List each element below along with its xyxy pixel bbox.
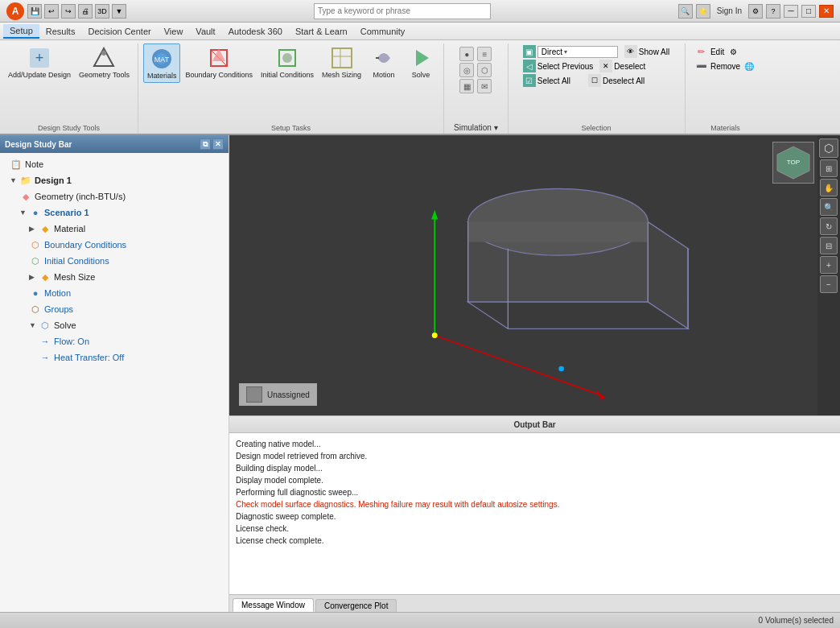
ribbon-group-selection: ▣ Direct ▾ 👁 Show All [509, 43, 686, 134]
boundary-conditions-label: Boundary Conditions [185, 71, 253, 80]
sim-icon-2[interactable]: ◎ [459, 63, 474, 77]
quick-access-3d-icon[interactable]: 3D [95, 4, 109, 19]
svg-marker-14 [416, 50, 429, 66]
mesh-sizing-button[interactable]: Mesh Sizing [319, 43, 364, 81]
minimize-button[interactable]: ─ [784, 5, 798, 18]
ribbon-group-materials-items: ✏ Edit ⚙ ➖ Remove 🌐 [695, 43, 756, 122]
tree-item-initial-conditions[interactable]: ⬡ Initial Conditions [0, 253, 229, 269]
deselect-all-button[interactable]: Deselect All [603, 76, 644, 85]
edit-button[interactable]: Edit [710, 48, 724, 56]
menu-item-vault[interactable]: Vault [189, 25, 221, 38]
add-update-design-button[interactable]: + Add/Update Design [5, 43, 74, 81]
vp-tool-zoom[interactable]: 🔍 [820, 198, 838, 216]
sidebar-close-button[interactable]: ✕ [212, 138, 224, 150]
svg-text:+: + [35, 50, 44, 66]
geometry-tools-label: Geometry Tools [79, 71, 130, 80]
sim-icon-4[interactable]: ≡ [477, 47, 492, 61]
menu-item-view[interactable]: View [158, 25, 190, 38]
ribbon-group-simulation: ● ◎ ▦ ≡ ⬡ ✉ Simulation ▾ [444, 43, 508, 134]
selection-prev-row: ◁ Select Previous ✕ Deselect [523, 60, 645, 72]
vp-tool-fit[interactable]: ⊟ [820, 237, 838, 254]
settings-icon[interactable]: ⚙ [748, 4, 763, 19]
vp-tool-minus[interactable]: − [820, 275, 838, 293]
tree-item-material[interactable]: ▶ ◆ Material [0, 221, 229, 237]
menu-item-community[interactable]: Community [354, 25, 412, 38]
sim-icon-3[interactable]: ▦ [459, 79, 474, 93]
initial-conditions-button[interactable]: Initial Conditions [257, 43, 317, 81]
deselect-button[interactable]: Deselect [614, 62, 645, 71]
output-tab-convergence-plot[interactable]: Convergence Plot [315, 599, 397, 612]
tree-item-design1[interactable]: ▼ 📁 Design 1 [0, 172, 229, 188]
tree-item-boundary-conditions[interactable]: ⬡ Boundary Conditions [0, 237, 229, 253]
tree-item-solve[interactable]: ▼ ⬡ Solve [0, 317, 229, 333]
tree-item-heat-transfer[interactable]: → Heat Transfer: Off [0, 349, 229, 366]
solve-label: Solve [412, 71, 430, 80]
quick-access-more-icon[interactable]: ▼ [112, 4, 126, 19]
vp-tool-cube[interactable]: ⬡ [819, 138, 838, 158]
vp-tool-rotate[interactable]: ↻ [820, 217, 838, 235]
menu-item-results[interactable]: Results [39, 25, 82, 38]
select-previous-button[interactable]: Select Previous [537, 62, 593, 71]
remove-button[interactable]: Remove [710, 62, 740, 71]
quick-access-print-icon[interactable]: 🖨 [78, 4, 93, 19]
close-button[interactable]: ✕ [819, 5, 834, 18]
solve-button[interactable]: Solve [403, 43, 439, 81]
tree-item-mesh-size[interactable]: ▶ ◆ Mesh Size [0, 269, 229, 285]
menu-bar: Setup Results Decision Center View Vault… [0, 23, 840, 40]
solve-icon [408, 45, 434, 71]
tree-item-groups[interactable]: ⬡ Groups [0, 301, 229, 317]
quick-access-undo-icon[interactable]: ↩ [44, 4, 59, 19]
vp-tool-pan[interactable]: ✋ [820, 179, 838, 196]
sim-icon-6[interactable]: ✉ [477, 79, 492, 93]
flow-on-icon: → [39, 335, 51, 348]
boundary-conditions-button[interactable]: Boundary Conditions [182, 43, 256, 81]
quick-access-save-icon[interactable]: 💾 [27, 4, 42, 19]
sidebar-tree: 📋 Note ▼ 📁 Design 1 ◆ Geometry (inch-BTU… [0, 153, 229, 612]
scenario1-arrow-icon: ▼ [19, 209, 29, 217]
menu-item-decision-center[interactable]: Decision Center [81, 25, 157, 38]
menu-item-autodesk360[interactable]: Autodesk 360 [222, 25, 289, 38]
output-line-3: Display model complete. [236, 474, 834, 486]
search-icon[interactable]: 🔍 [678, 4, 693, 19]
help-icon[interactable]: ? [766, 4, 780, 19]
vp-tool-plus[interactable]: + [820, 256, 838, 274]
direct-dropdown[interactable]: Direct ▾ [537, 46, 618, 58]
sim-icon-1[interactable]: ● [459, 47, 474, 61]
maximize-button[interactable]: □ [801, 5, 816, 18]
tree-item-flow-on[interactable]: → Flow: On [0, 333, 229, 349]
design1-label: Design 1 [35, 176, 72, 185]
show-all-button[interactable]: Show All [639, 48, 669, 56]
menu-item-setup[interactable]: Setup [3, 24, 39, 39]
sidebar-float-button[interactable]: ⧉ [200, 138, 211, 150]
star-icon[interactable]: ⭐ [696, 4, 710, 19]
tree-item-geometry[interactable]: ◆ Geometry (inch-BTU/s) [0, 188, 229, 205]
output-line-7: License check. [236, 523, 834, 535]
autodesk-logo-icon[interactable]: A [6, 2, 24, 20]
materials-button[interactable]: MAT Materials [143, 43, 181, 83]
sign-in-button[interactable]: Sign In [714, 6, 745, 15]
simulation-dropdown[interactable]: Simulation ▾ [449, 123, 502, 132]
3d-model-viewport [229, 135, 840, 415]
viewport[interactable]: TOP [229, 135, 840, 415]
vp-tool-zoom-all[interactable]: ⊞ [820, 159, 838, 177]
sidebar-header: Design Study Bar ⧉ ✕ [0, 135, 229, 153]
tree-item-note[interactable]: 📋 Note [0, 156, 229, 172]
output-bar-title: Output Bar [513, 420, 555, 429]
sim-icon-5[interactable]: ⬡ [477, 63, 492, 77]
quick-access-redo-icon[interactable]: ↪ [61, 4, 76, 19]
direct-select-icon: ▣ [523, 45, 536, 58]
tree-item-motion[interactable]: ● Motion [0, 285, 229, 301]
mesh-size-label: Mesh Size [54, 272, 95, 282]
direct-dropdown-arrow: ▾ [564, 48, 567, 56]
tree-item-scenario1[interactable]: ▼ ● Scenario 1 [0, 205, 229, 221]
motion-button[interactable]: Motion [366, 43, 401, 81]
svg-point-11 [282, 53, 292, 63]
select-all-button[interactable]: Select All [537, 76, 570, 85]
menu-item-start-learn[interactable]: Start & Learn [289, 25, 354, 38]
initial-conditions-tree-label: Initial Conditions [44, 256, 109, 266]
search-input[interactable] [314, 3, 491, 19]
geometry-tools-button[interactable]: Geometry Tools [76, 43, 133, 81]
nav-cube[interactable]: TOP [772, 142, 814, 184]
output-area[interactable]: Creating native model... Design model re… [229, 433, 840, 594]
output-tab-message-window[interactable]: Message Window [233, 598, 314, 612]
